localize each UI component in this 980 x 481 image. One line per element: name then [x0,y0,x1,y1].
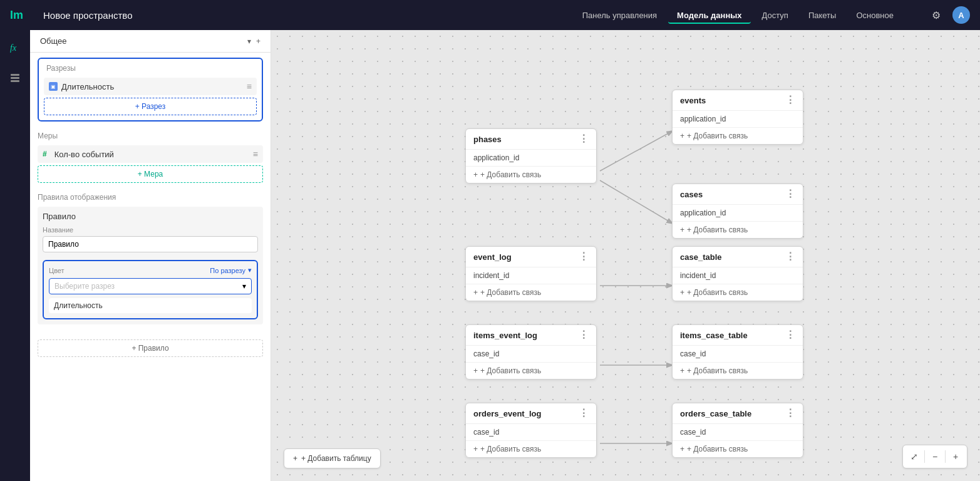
settings-icon[interactable]: ⚙ [927,6,945,24]
table-menu-items-event-log[interactable]: ⋮ [579,330,589,340]
table-title-event-log: event_log [473,252,512,262]
color-field-label: Цвет [49,267,64,274]
add-link-case-table[interactable]: + + Добавить связь [673,284,803,301]
table-title-orders-case-table: orders_case_table [680,409,751,418]
table-header-items-event-log: items_event_log ⋮ [466,325,596,346]
zoom-in-button[interactable]: + [947,448,964,465]
add-table-button[interactable]: + + Добавить таблицу [284,448,381,468]
plus-icon: + [680,445,684,453]
table-title-cases: cases [680,190,703,199]
add-link-orders-event-log[interactable]: + + Добавить связь [466,441,596,457]
table-menu-orders-case-table[interactable]: ⋮ [785,408,795,418]
table-orders-case-table: orders_case_table ⋮ case_id + + Добавить… [672,403,803,458]
plus-icon: + [473,366,478,375]
color-by-button[interactable]: По разрезу ▾ [210,266,252,274]
rule-block: Правило Название Цвет По разрезу ▾ Выбер… [38,207,263,324]
svg-line-6 [600,180,674,224]
icon-formula[interactable]: fx [5,38,25,58]
table-items-event-log: items_event_log ⋮ case_id + + Добавить с… [465,324,597,380]
left-panel: Общее ▾ + Разрезы ▣ Длительность ≡ + Раз… [30,30,271,481]
color-section: Цвет По разрезу ▾ Выберите разрез ▾ Длит… [43,260,258,319]
table-row: case_id [673,424,803,441]
table-menu-phases[interactable]: ⋮ [579,134,589,144]
add-link-cases[interactable]: + + Добавить связь [673,222,803,238]
dropdown-option-duration[interactable]: Длительность [49,298,252,313]
table-header-cases: cases ⋮ [673,184,803,205]
icon-layers[interactable] [5,68,25,88]
table-case-table: case_table ⋮ incident_id + + Добавить св… [672,246,803,301]
select-chevron-icon: ▾ [242,282,246,291]
panel-header: Общее ▾ + [30,30,271,53]
table-row: case_id [673,346,803,363]
nav-data-model[interactable]: Модель данных [668,7,750,24]
zoom-divider [924,450,925,463]
dimension-menu-icon[interactable]: ≡ [247,81,252,91]
add-link-orders-case-table[interactable]: + + Добавить связь [673,441,803,457]
dimension-item-duration[interactable]: ▣ Длительность ≡ [44,78,257,95]
table-row: incident_id [466,267,596,284]
table-menu-case-table[interactable]: ⋮ [785,252,795,262]
table-header-items-case-table: items_case_table ⋮ [673,325,803,346]
nav-main[interactable]: Основное [847,7,902,24]
svg-rect-1 [11,74,19,76]
zoom-controls: ⤢ − + [902,445,967,468]
measure-item-events[interactable]: # Кол-во событий ≡ [38,145,263,163]
dimension-select[interactable]: Выберите разрез ▾ [49,278,252,294]
table-cases: cases ⋮ application_id + + Добавить связ… [672,184,803,239]
plus-icon: + [473,445,478,453]
measures-label: Меры [38,132,263,140]
avatar[interactable]: A [952,6,970,24]
table-menu-orders-event-log[interactable]: ⋮ [579,408,589,418]
relationships-svg [271,30,980,481]
data-model-canvas[interactable]: phases ⋮ application_id + + Добавить свя… [271,30,980,481]
table-title-items-event-log: items_event_log [473,331,537,340]
measure-label: Кол-во событий [54,150,114,159]
measure-menu-icon[interactable]: ≡ [253,149,258,159]
plus-icon: + [473,170,478,179]
nav-dashboard[interactable]: Панель управления [574,7,666,24]
table-events: events ⋮ application_id + + Добавить свя… [672,90,803,145]
table-menu-event-log[interactable]: ⋮ [579,252,589,262]
chevron-down-icon[interactable]: ▾ [247,37,251,46]
add-link-items-event-log[interactable]: + + Добавить связь [466,363,596,379]
table-menu-cases[interactable]: ⋮ [785,189,795,199]
table-event-log: event_log ⋮ incident_id + + Добавить свя… [465,246,597,301]
header-icons: ⚙ A [927,6,970,24]
plus-icon: + [473,288,478,297]
panel-group-title: Общее [40,36,67,46]
table-header-events: events ⋮ [673,90,803,111]
table-title-events: events [680,96,706,105]
table-items-case-table: items_case_table ⋮ case_id + + Добавить … [672,324,803,380]
main-nav: Панель управления Модель данных Доступ П… [574,7,902,24]
add-link-events[interactable]: + + Добавить связь [673,128,803,144]
table-menu-items-case-table[interactable]: ⋮ [785,330,795,340]
select-placeholder: Выберите разрез [54,282,115,291]
plus-icon: + [680,132,684,140]
add-measure-button[interactable]: + Мера [38,165,263,183]
nav-access[interactable]: Доступ [753,7,797,24]
add-group-icon[interactable]: + [256,37,260,46]
name-field-input[interactable] [43,236,258,252]
fit-zoom-button[interactable]: ⤢ [905,448,923,465]
display-rules-section: Правила отображения Правило Название Цве… [30,188,271,334]
add-table-label: + Добавить таблицу [301,454,371,463]
add-link-phases[interactable]: + + Добавить связь [466,167,596,183]
dimension-label: Длительность [61,82,114,91]
table-header-event-log: event_log ⋮ [466,247,596,267]
main-layout: fx Общее ▾ + Разрезы ▣ [0,30,980,481]
table-title-case-table: case_table [680,252,722,262]
add-rule-button[interactable]: + Правило [38,339,263,357]
color-row: Цвет По разрезу ▾ [49,266,252,274]
header: Im Новое пространство Панель управления … [0,0,980,30]
add-link-items-case-table[interactable]: + + Добавить связь [673,363,803,379]
svg-rect-3 [11,80,19,82]
add-link-event-log[interactable]: + + Добавить связь [466,284,596,301]
table-menu-events[interactable]: ⋮ [785,95,795,105]
zoom-out-button[interactable]: − [926,448,944,465]
table-title-phases: phases [473,135,502,144]
add-dimension-button[interactable]: + Разрез [44,98,257,115]
chevron-down-small-icon: ▾ [248,266,252,274]
nav-packages[interactable]: Пакеты [800,7,845,24]
icon-bar: fx [0,30,30,481]
color-by-label: По разрезу [210,267,245,274]
